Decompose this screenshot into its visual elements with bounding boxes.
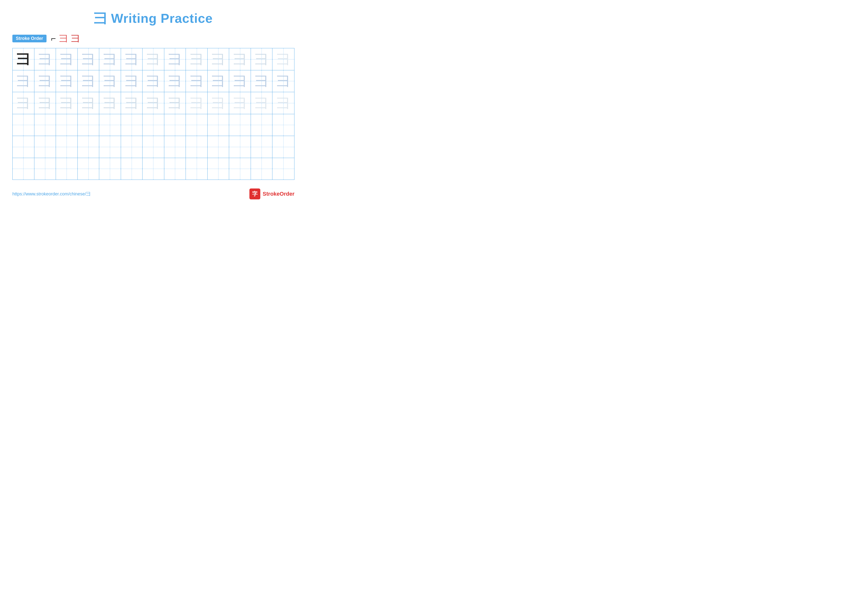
grid-cell[interactable] — [121, 114, 143, 136]
grid-cell[interactable]: 彐 — [34, 92, 56, 114]
grid-cell[interactable]: 彐 — [229, 92, 251, 114]
grid-cell[interactable]: 彐 — [12, 92, 34, 114]
grid-cell[interactable]: 彐 — [78, 92, 99, 114]
grid-cell[interactable]: 彐 — [121, 48, 143, 70]
grid-cell[interactable]: 彐 — [251, 70, 273, 92]
grid-cell[interactable]: 彐 — [56, 70, 78, 92]
practice-grid: 彐 彐 彐 彐 彐 彐 彐 彐 彐 彐 彐 彐 彐 彐 彐 彐 彐 彐 彐 彐 … — [12, 48, 294, 180]
footer-brand: 字 StrokeOrder — [250, 188, 294, 199]
grid-row-1: 彐 彐 彐 彐 彐 彐 彐 彐 彐 彐 彐 彐 彐 — [12, 48, 294, 70]
grid-cell[interactable]: 彐 — [229, 48, 251, 70]
grid-cell[interactable] — [164, 158, 186, 180]
practice-char: 彐 — [104, 75, 116, 87]
grid-cell[interactable]: 彐 — [12, 48, 34, 70]
grid-cell[interactable] — [78, 158, 99, 180]
grid-cell[interactable] — [121, 136, 143, 158]
practice-char: 彐 — [277, 75, 290, 87]
grid-cell[interactable]: 彐 — [34, 48, 56, 70]
grid-cell[interactable] — [208, 158, 229, 180]
grid-cell[interactable] — [273, 158, 294, 180]
grid-cell[interactable] — [251, 136, 273, 158]
grid-cell[interactable]: 彐 — [78, 48, 99, 70]
grid-cell[interactable]: 彐 — [121, 92, 143, 114]
grid-cell[interactable]: 彐 — [164, 92, 186, 114]
grid-cell[interactable]: 彐 — [229, 70, 251, 92]
grid-cell[interactable] — [251, 114, 273, 136]
footer: https://www.strokeorder.com/chinese/彐 字 … — [12, 188, 294, 199]
grid-cell[interactable] — [164, 136, 186, 158]
page-title: 彐 Writing Practice — [12, 10, 294, 27]
grid-cell[interactable] — [229, 158, 251, 180]
grid-cell[interactable]: 彐 — [164, 48, 186, 70]
stroke-2: 彐 — [59, 34, 68, 43]
grid-cell[interactable]: 彐 — [273, 92, 294, 114]
grid-cell[interactable] — [229, 136, 251, 158]
grid-cell[interactable] — [251, 158, 273, 180]
grid-cell[interactable] — [12, 158, 34, 180]
brand-name-order: Order — [280, 191, 294, 197]
practice-char: 彐 — [277, 53, 290, 65]
brand-name-stroke: Stroke — [263, 191, 280, 197]
grid-cell[interactable] — [56, 136, 78, 158]
grid-cell[interactable] — [208, 136, 229, 158]
grid-cell[interactable] — [12, 136, 34, 158]
brand-name: StrokeOrder — [263, 191, 294, 197]
grid-cell[interactable]: 彐 — [99, 92, 121, 114]
grid-cell[interactable] — [273, 136, 294, 158]
practice-char: 彐 — [104, 53, 116, 65]
grid-cell[interactable] — [121, 158, 143, 180]
grid-cell[interactable]: 彐 — [208, 70, 229, 92]
page-header: 彐 Writing Practice — [12, 10, 294, 27]
grid-cell[interactable]: 彐 — [164, 70, 186, 92]
grid-cell[interactable] — [34, 114, 56, 136]
grid-cell[interactable]: 彐 — [99, 70, 121, 92]
grid-cell[interactable] — [186, 158, 208, 180]
grid-cell[interactable] — [34, 136, 56, 158]
grid-cell[interactable]: 彐 — [56, 48, 78, 70]
grid-cell[interactable] — [56, 158, 78, 180]
footer-url[interactable]: https://www.strokeorder.com/chinese/彐 — [12, 191, 91, 197]
grid-cell[interactable] — [186, 136, 208, 158]
grid-cell[interactable] — [143, 114, 164, 136]
grid-cell[interactable] — [208, 114, 229, 136]
grid-cell[interactable] — [229, 114, 251, 136]
grid-cell[interactable]: 彐 — [78, 70, 99, 92]
grid-cell[interactable]: 彐 — [251, 48, 273, 70]
grid-cell[interactable]: 彐 — [12, 70, 34, 92]
grid-cell[interactable]: 彐 — [56, 92, 78, 114]
grid-cell[interactable] — [99, 158, 121, 180]
grid-cell[interactable]: 彐 — [273, 48, 294, 70]
grid-row-3: 彐 彐 彐 彐 彐 彐 彐 彐 彐 彐 彐 彐 彐 — [12, 92, 294, 114]
grid-cell[interactable] — [143, 136, 164, 158]
grid-row-5 — [12, 136, 294, 158]
grid-cell[interactable]: 彐 — [143, 70, 164, 92]
grid-cell[interactable] — [56, 114, 78, 136]
practice-char: 彐 — [212, 53, 225, 65]
grid-cell[interactable]: 彐 — [143, 92, 164, 114]
grid-cell[interactable]: 彐 — [34, 70, 56, 92]
grid-cell[interactable]: 彐 — [186, 48, 208, 70]
grid-cell[interactable] — [186, 114, 208, 136]
grid-row-4 — [12, 114, 294, 136]
grid-cell[interactable]: 彐 — [273, 70, 294, 92]
grid-cell[interactable]: 彐 — [121, 70, 143, 92]
practice-char: 彐 — [125, 53, 138, 65]
grid-cell[interactable]: 彐 — [208, 92, 229, 114]
grid-cell[interactable]: 彐 — [251, 92, 273, 114]
grid-cell[interactable]: 彐 — [99, 48, 121, 70]
grid-cell[interactable] — [99, 136, 121, 158]
grid-cell[interactable]: 彐 — [186, 92, 208, 114]
grid-cell[interactable] — [34, 158, 56, 180]
grid-cell[interactable] — [99, 114, 121, 136]
grid-cell[interactable]: 彐 — [186, 70, 208, 92]
grid-cell[interactable]: 彐 — [143, 48, 164, 70]
grid-cell[interactable] — [143, 158, 164, 180]
grid-cell[interactable] — [12, 114, 34, 136]
grid-cell[interactable] — [164, 114, 186, 136]
grid-cell[interactable]: 彐 — [208, 48, 229, 70]
brand-icon: 字 — [250, 188, 260, 199]
practice-char: 彐 — [39, 53, 51, 65]
grid-cell[interactable] — [78, 114, 99, 136]
grid-cell[interactable] — [273, 114, 294, 136]
grid-cell[interactable] — [78, 136, 99, 158]
